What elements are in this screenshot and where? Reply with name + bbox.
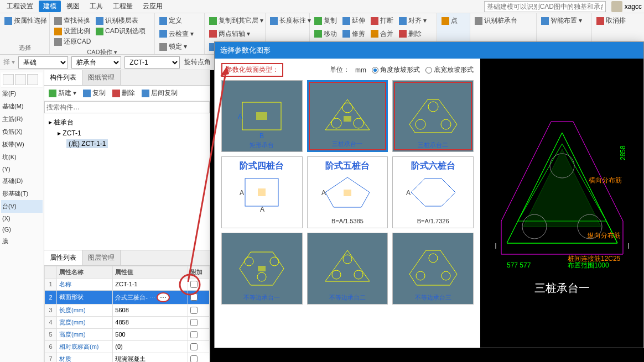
radio-angle-slope[interactable]: 角度放坡形式 [372,65,420,75]
restore-cad-button[interactable]: 还原CAD [53,36,92,47]
cad-options-button[interactable]: CAD识别选项 [95,26,147,36]
category-select[interactable]: 基础 [18,56,68,69]
nav-icon-2[interactable] [15,74,26,85]
leftnav-item-11[interactable]: (G) [1,224,43,235]
delete-button[interactable]: 删除 [398,29,423,39]
nav-icon-1[interactable] [3,74,14,85]
set-scale-button[interactable]: 设置比例 [53,26,91,36]
prop-row-3[interactable]: 3长度(mm)5608 [45,304,210,316]
shape-option-6[interactable]: 不等边承台一 [221,233,303,305]
leftnav-item-12[interactable]: 膜 [1,235,43,248]
copy-component-button[interactable]: 复制 [82,88,107,98]
prop-row-2[interactable]: 2截面形状介式三桩台- ⋯⋯ [45,290,210,304]
component-toolbar: 新建 ▾ 复制 删除 层间复制 [44,86,210,101]
tab-component-list[interactable]: 构件列表 [44,70,82,85]
subcategory-select[interactable]: 桩承台 [71,56,121,69]
length-annotation-button[interactable]: 长度标注 ▾ [269,15,312,26]
point-button[interactable]: 点 [440,15,459,26]
shape-option-1[interactable]: 三桩承台一 [307,80,388,152]
unit-value: mm [355,66,366,74]
prop-check-3[interactable] [190,307,198,314]
prop-check-2[interactable] [190,293,198,301]
component-select[interactable]: ZCT-1 [124,56,180,69]
lock-button[interactable]: 锁定 ▾ [158,41,188,52]
leftnav-item-7[interactable]: 基础(D) [1,175,43,187]
move-button[interactable]: 移动 [313,29,338,39]
tree-node-1[interactable]: ▸ ZCT-1 [49,128,205,138]
prop-row-5[interactable]: 5高度(mm)500 [45,328,210,340]
col-value: 属性值 [113,266,188,278]
aux-axis-button[interactable]: 两点辅轴 ▾ [208,29,251,39]
dialog-options: 单位： mm 角度放坡形式 底宽放坡形式 [330,65,474,75]
shape-option-5[interactable]: 阶式六桩台AB=A/1.7326 [392,156,474,228]
tree-root[interactable]: ▸ 桩承台 [49,117,205,128]
menu-item-3[interactable]: 工具 [85,1,107,12]
define-button[interactable]: 定义 [158,15,183,26]
plus-icon [49,90,56,97]
leftnav-item-6[interactable]: (Y) [1,164,43,175]
copy-to-floor-button[interactable]: 复制到其它层 ▾ [208,15,264,26]
cancel-row-button[interactable]: 取消排 [595,15,627,26]
prop-check-6[interactable] [190,343,198,350]
prop-check-1[interactable] [190,281,198,288]
rotate-point-button[interactable]: 旋转点角 [183,57,212,67]
leftnav-item-8[interactable]: 形基础(T) [1,187,43,200]
leftnav-item-10[interactable]: (X) [1,213,43,224]
tab-layers[interactable]: 图层管理 [82,250,121,265]
shape-option-3[interactable]: 阶式四桩台AA [221,156,303,228]
leftnav-item-1[interactable]: 基础(M) [1,100,43,113]
break-button[interactable]: 打断 [370,15,394,26]
prop-check-5[interactable] [190,331,198,338]
align-button[interactable]: 对齐 ▾ [398,15,428,26]
tab-properties[interactable]: 属性列表 [44,250,82,265]
help-search-input[interactable] [484,1,606,12]
menu-item-0[interactable]: 工程设置 [2,1,38,12]
cloud-check-button[interactable]: 云检查 ▾ [158,29,195,39]
copy-button[interactable]: 复制 [313,15,338,26]
nav-icon-3[interactable] [27,74,38,85]
merge-button[interactable]: 合并 [370,29,394,39]
identify-pile-cap-button[interactable]: 识别桩承台 [474,15,518,26]
extend-button[interactable]: 延伸 [341,15,366,26]
dialog-left: 参数化截面类型： 单位： mm 角度放坡形式 底宽放坡形式 BA矩形承台三桩承台… [215,59,480,348]
delete-component-button[interactable]: 删除 [111,88,136,98]
leftnav-item-2[interactable]: 主筋(R) [1,113,43,125]
shape-option-2[interactable]: 三桩承台二 [392,80,474,152]
prop-row-7[interactable]: 7材质现浇混凝土 [45,353,210,362]
svg-point-33 [416,271,425,280]
menu-item-5[interactable]: 云应用 [138,1,167,12]
shape-option-7[interactable]: 不等边承台二 [307,233,388,305]
menu-item-4[interactable]: 工程量 [108,1,137,12]
property-tabs: 属性列表 图层管理 [44,250,210,266]
menu-item-1[interactable]: 建模 [39,1,61,12]
radio-width-slope[interactable]: 底宽放坡形式 [425,65,474,75]
shape-option-4[interactable]: 阶式五桩台AB=A/1.5385 [307,156,388,228]
leftnav-item-5[interactable]: 坑(K) [1,151,43,164]
tree-node-2[interactable]: (底) ZCT-1-1 [49,138,205,150]
prop-check-7[interactable] [190,355,198,362]
leftnav-item-0[interactable]: 梁(F) [1,87,43,100]
leftnav-item-4[interactable]: 板带(W) [1,138,43,151]
smart-layout-button[interactable]: 智能布置 ▾ [540,15,583,26]
select-by-attr-button[interactable]: 按属性选择 [3,15,48,26]
leftnav-item-9[interactable]: 台(V) [1,200,43,213]
svg-point-12 [441,119,451,129]
prop-row-1[interactable]: 1名称ZCT-1-1 [45,278,210,290]
floor-copy-button[interactable]: 层间复制 [141,88,179,98]
shape-option-8[interactable]: 不等边承台三 [392,233,474,305]
shape-option-0[interactable]: BA矩形承台 [221,80,303,152]
prop-check-4[interactable] [190,319,198,326]
tab-drawing-manage[interactable]: 图纸管理 [82,70,121,85]
menu-item-2[interactable]: 视图 [62,1,84,12]
user-info[interactable]: xagcc [611,1,642,12]
component-search-input[interactable] [44,101,210,113]
parametric-shape-dialog: 选择参数化图形 参数化截面类型： 单位： mm 角度放坡形式 底宽放坡形式 BA… [214,41,644,348]
new-component-button[interactable]: 新建 ▾ [48,88,77,98]
prop-row-6[interactable]: 6相对底标高(m)(0) [45,340,210,353]
identify-floor-table-button[interactable]: 识别楼层表 [95,15,139,26]
trim-button[interactable]: 修剪 [341,29,366,39]
leftnav-item-3[interactable]: 负筋(X) [1,125,43,138]
find-replace-button[interactable]: 查找替换 [53,15,91,26]
prop-row-4[interactable]: 4宽度(mm)4858 [45,316,210,328]
svg-point-32 [429,254,438,263]
